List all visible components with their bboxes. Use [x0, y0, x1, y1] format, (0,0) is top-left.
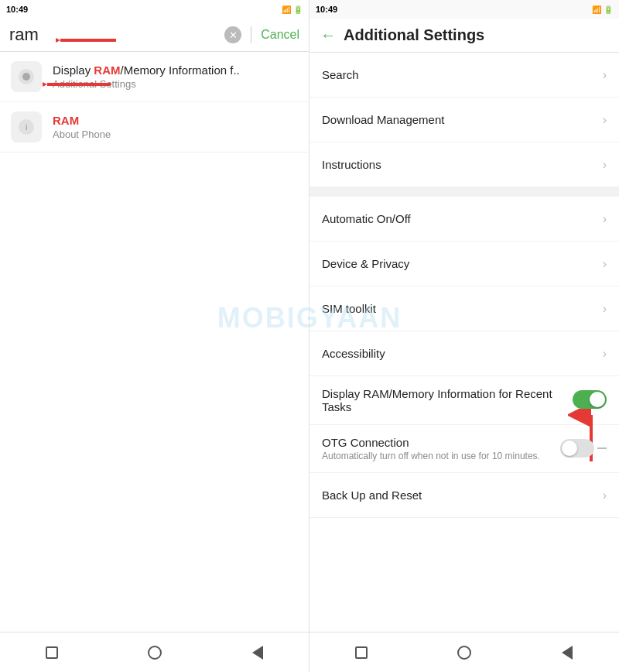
chevron-accessibility: ›: [603, 347, 607, 361]
settings-item-instructions-label: Instructions: [322, 158, 597, 171]
nav-circle-left[interactable]: [143, 641, 166, 664]
settings-item-search-label: Search: [322, 68, 597, 81]
red-arrow-subtitle: [43, 74, 112, 95]
right-panel: 10:49 📶 🔋 ← Additional Settings Search ›: [310, 0, 619, 672]
settings-item-display-ram[interactable]: Display RAM/Memory Information for Recen…: [310, 376, 619, 425]
left-panel: 10:49 📶 🔋 ram ✕ Cancel: [0, 0, 310, 672]
settings-item-backup[interactable]: Back Up and Reset ›: [310, 473, 619, 518]
settings-item-sim-label: SIM toolkit: [322, 302, 597, 315]
settings-item-device-privacy[interactable]: Device & Privacy ›: [310, 242, 619, 286]
settings-item-sim-toolkit[interactable]: SIM toolkit ›: [310, 286, 619, 331]
settings-item-download-label: Download Management: [322, 113, 597, 126]
settings-item-otg-label: OTG Connection: [322, 436, 560, 449]
time-left: 10:49: [6, 5, 28, 14]
settings-gap-1: [310, 187, 619, 197]
search-results: Display RAM/Memory Information f.. Addit…: [0, 52, 309, 632]
settings-item-backup-label: Back Up and Reset: [322, 489, 597, 502]
nav-square-right[interactable]: [350, 641, 373, 664]
settings-item-instructions[interactable]: Instructions ›: [310, 142, 619, 187]
nav-triangle-right[interactable]: [556, 641, 579, 664]
red-arrow-search: [56, 25, 118, 56]
chevron-sim: ›: [603, 302, 607, 316]
settings-item-display-ram-label: Display RAM/Memory Information for Recen…: [322, 387, 573, 413]
cancel-button[interactable]: Cancel: [261, 28, 299, 42]
right-title: Additional Settings: [344, 26, 484, 44]
status-bar-right: 10:49 📶 🔋: [310, 0, 619, 19]
settings-item-search[interactable]: Search ›: [310, 53, 619, 98]
chevron-search: ›: [603, 68, 607, 82]
time-right: 10:49: [316, 5, 337, 14]
chevron-privacy: ›: [603, 257, 607, 271]
status-icons-right: 📶 🔋: [592, 5, 613, 14]
result-item-ram[interactable]: i RAM About Phone: [0, 102, 309, 153]
toggle-display-ram[interactable]: [573, 390, 607, 409]
result-subtitle-ram: About Phone: [53, 129, 298, 140]
status-bar-left: 10:49 📶 🔋: [0, 0, 309, 19]
result-title-ram: RAM: [53, 114, 298, 127]
settings-list: Search › Download Management › Instructi…: [310, 53, 619, 632]
result-icon-ram: i: [11, 111, 42, 142]
clear-search-button[interactable]: ✕: [224, 26, 241, 43]
search-bar: ram ✕ Cancel: [0, 19, 309, 52]
back-button[interactable]: ←: [320, 26, 336, 44]
settings-item-auto-label: Automatic On/Off: [322, 212, 597, 225]
toggle-otg[interactable]: [560, 439, 594, 458]
result-icon-display-ram: [11, 61, 42, 92]
search-divider: [251, 26, 251, 43]
settings-item-download[interactable]: Download Management ›: [310, 98, 619, 142]
result-item-display-ram[interactable]: Display RAM/Memory Information f.. Addit…: [0, 52, 309, 102]
nav-circle-right[interactable]: [453, 641, 476, 664]
bottom-nav-right: [310, 632, 619, 672]
bottom-nav-left: [0, 632, 309, 672]
chevron-instructions: ›: [603, 158, 607, 172]
svg-point-3: [22, 73, 30, 81]
settings-item-privacy-label: Device & Privacy: [322, 257, 597, 270]
settings-item-auto-onoff[interactable]: Automatic On/Off ›: [310, 197, 619, 242]
settings-item-otg-subtitle: Automatically turn off when not in use f…: [322, 451, 560, 461]
settings-item-accessibility[interactable]: Accessibility ›: [310, 331, 619, 376]
settings-group-1: Search › Download Management › Instructi…: [310, 53, 619, 187]
result-content-ram: RAM About Phone: [53, 114, 298, 140]
status-icons-left: 📶 🔋: [282, 5, 303, 14]
settings-item-accessibility-label: Accessibility: [322, 347, 597, 360]
chevron-auto: ›: [603, 212, 607, 226]
nav-triangle-left[interactable]: [246, 641, 269, 664]
chevron-backup: ›: [603, 489, 607, 502]
svg-text:i: i: [26, 123, 27, 132]
settings-group-2: Automatic On/Off › Device & Privacy › SI…: [310, 197, 619, 518]
chevron-download: ›: [603, 113, 607, 127]
right-header: ← Additional Settings: [310, 19, 619, 53]
nav-square-left[interactable]: [40, 641, 63, 664]
